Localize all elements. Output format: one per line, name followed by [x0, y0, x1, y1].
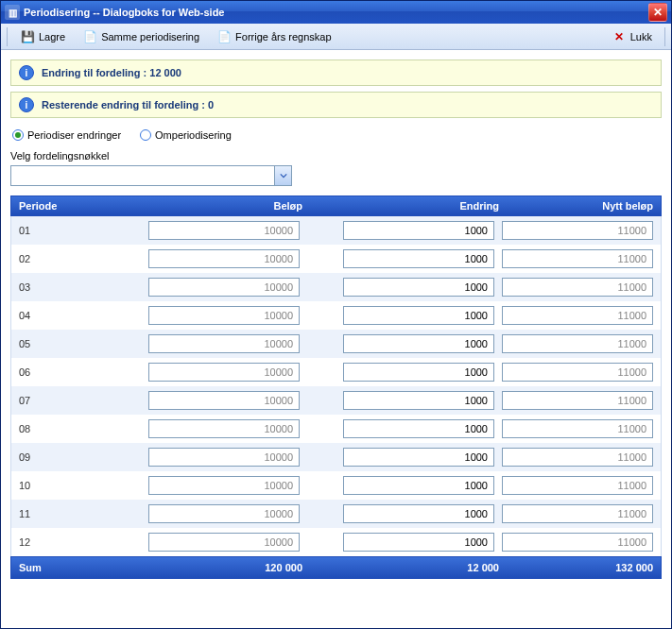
cell-periode: 11: [11, 508, 128, 519]
cell-endring: [307, 306, 502, 325]
cell-belop: [128, 391, 307, 410]
save-button[interactable]: 💾 Lagre: [15, 26, 70, 47]
table-row: 06: [11, 358, 661, 386]
cell-nytt: [502, 476, 661, 495]
cell-endring: [307, 221, 502, 240]
col-header-endring: Endring: [310, 200, 507, 212]
endring-input[interactable]: [343, 504, 494, 523]
radio-reperiodize-label: Omperiodisering: [155, 129, 232, 141]
window-title: Periodisering -- Dialogboks for Web-side: [24, 7, 648, 18]
cell-nytt: [502, 363, 661, 382]
table-row: 03: [11, 273, 661, 301]
grid-body: 010203040506070809101112: [10, 216, 662, 556]
nytt-input[interactable]: [502, 504, 653, 523]
endring-input[interactable]: [343, 391, 494, 410]
col-header-periode: Periode: [11, 200, 129, 212]
combo-value[interactable]: [11, 166, 274, 185]
cell-endring: [307, 278, 502, 297]
info-icon: i: [19, 65, 34, 80]
col-header-belop: Beløp: [129, 200, 310, 212]
cell-nytt: [502, 391, 661, 410]
titlebar: ▥ Periodisering -- Dialogboks for Web-si…: [1, 1, 671, 24]
same-periodization-button[interactable]: 📄 Samme periodisering: [78, 26, 204, 47]
endring-input[interactable]: [343, 363, 494, 382]
cell-periode: 09: [11, 451, 128, 463]
dialog-window: ▥ Periodisering -- Dialogboks for Web-si…: [0, 0, 672, 629]
cell-endring: [307, 476, 502, 495]
endring-input[interactable]: [343, 221, 494, 240]
mode-radio-group: Periodiser endringer Omperiodisering: [12, 129, 662, 141]
nytt-input[interactable]: [502, 221, 653, 240]
nytt-input[interactable]: [502, 363, 653, 382]
cell-endring: [307, 249, 502, 268]
info-text-1: Endring til fordeling : 12 000: [42, 67, 181, 78]
footer-belop: 120 000: [129, 562, 310, 573]
prev-label: Forrige års regnskap: [235, 31, 332, 42]
footer-label: Sum: [11, 562, 129, 573]
endring-input[interactable]: [343, 306, 494, 325]
nytt-input[interactable]: [502, 249, 653, 268]
cell-nytt: [502, 533, 661, 552]
belop-input[interactable]: [148, 363, 300, 382]
toolbar: 💾 Lagre 📄 Samme periodisering 📄 Forrige …: [1, 24, 671, 50]
belop-input[interactable]: [148, 419, 300, 438]
cell-periode: 02: [11, 253, 128, 264]
nytt-input[interactable]: [502, 419, 653, 438]
table-row: 10: [11, 471, 661, 500]
cell-nytt: [502, 334, 661, 353]
belop-input[interactable]: [148, 533, 300, 552]
cell-nytt: [502, 249, 661, 268]
endring-input[interactable]: [343, 278, 494, 297]
copy-icon: 📄: [82, 29, 97, 44]
cell-endring: [307, 448, 502, 467]
belop-input[interactable]: [148, 476, 300, 495]
belop-input[interactable]: [148, 306, 300, 325]
nytt-input[interactable]: [502, 306, 653, 325]
endring-input[interactable]: [343, 334, 494, 353]
cell-belop: [128, 533, 307, 552]
belop-input[interactable]: [148, 221, 300, 240]
nytt-input[interactable]: [502, 391, 653, 410]
cell-belop: [128, 334, 307, 353]
close-button[interactable]: ✕ Lukk: [607, 26, 657, 47]
belop-input[interactable]: [148, 504, 300, 523]
cell-endring: [307, 504, 502, 523]
info-icon: i: [19, 97, 34, 112]
belop-input[interactable]: [148, 334, 300, 353]
document-icon: 📄: [216, 29, 232, 44]
belop-input[interactable]: [148, 249, 300, 268]
belop-input[interactable]: [148, 391, 300, 410]
endring-input[interactable]: [343, 249, 494, 268]
radio-periodize-label: Periodiser endringer: [27, 129, 121, 141]
nytt-input[interactable]: [502, 476, 653, 495]
endring-input[interactable]: [343, 448, 494, 467]
combo-dropdown-button[interactable]: [274, 166, 291, 185]
previous-year-button[interactable]: 📄 Forrige års regnskap: [212, 26, 336, 47]
cell-periode: 06: [11, 366, 128, 378]
radio-periodize[interactable]: Periodiser endringer: [12, 129, 121, 141]
cell-endring: [307, 533, 502, 552]
distribution-key-combo[interactable]: [10, 165, 292, 186]
cell-belop: [128, 419, 307, 438]
cell-belop: [128, 448, 307, 467]
belop-input[interactable]: [148, 278, 300, 297]
nytt-input[interactable]: [502, 334, 653, 353]
endring-input[interactable]: [343, 419, 494, 438]
footer-nytt: 132 000: [507, 562, 661, 573]
toolbar-separator: [664, 27, 665, 46]
window-close-button[interactable]: ✕: [648, 3, 667, 22]
info-change-total: i Endring til fordeling : 12 000: [10, 60, 662, 86]
cell-nytt: [502, 221, 661, 240]
nytt-input[interactable]: [502, 533, 653, 552]
save-icon: 💾: [20, 29, 35, 44]
same-label: Samme periodisering: [101, 31, 199, 42]
radio-reperiodize[interactable]: Omperiodisering: [140, 129, 232, 141]
endring-input[interactable]: [343, 476, 494, 495]
nytt-input[interactable]: [502, 448, 653, 467]
table-row: 11: [11, 500, 661, 528]
nytt-input[interactable]: [502, 278, 653, 297]
belop-input[interactable]: [148, 448, 300, 467]
footer-endring: 12 000: [310, 562, 507, 573]
endring-input[interactable]: [343, 533, 494, 552]
cell-nytt: [502, 306, 661, 325]
